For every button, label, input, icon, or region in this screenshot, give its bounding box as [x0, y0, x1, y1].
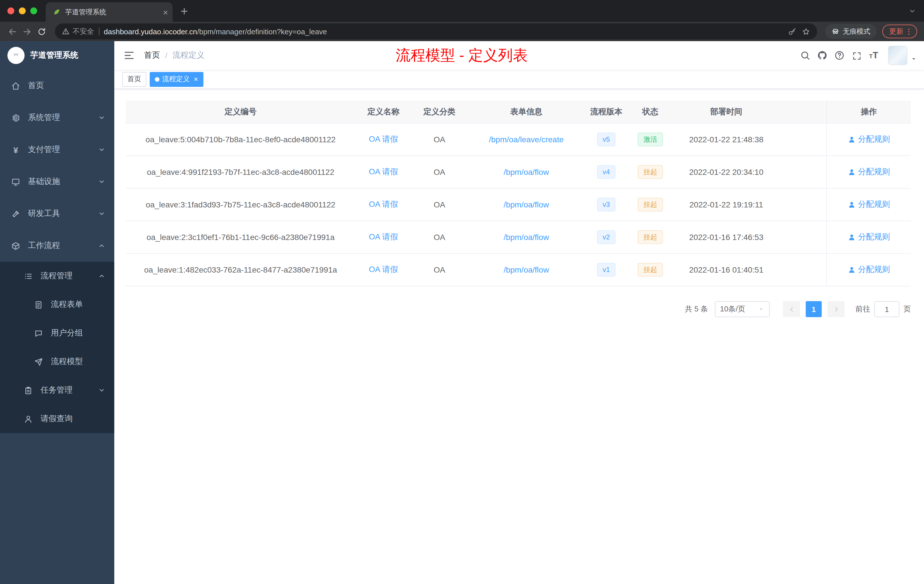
- main-area: 首页 / 流程定义 流程模型 - 定义列表 TT 首页流程定义× 定义编号定义: [114, 41, 924, 584]
- page-1-button[interactable]: 1: [806, 301, 822, 317]
- sidebar-item-task-mgmt[interactable]: 任务管理: [0, 376, 114, 404]
- sidebar-item-process-model[interactable]: 流程模型: [0, 347, 114, 376]
- form-link[interactable]: /bpm/oa/flow: [504, 233, 549, 242]
- assign-rule-link[interactable]: 分配规则: [848, 232, 890, 242]
- sidebar-toggle-hamburger-icon[interactable]: [124, 50, 135, 61]
- browser-tab[interactable]: 芋道管理系统 ×: [46, 2, 173, 22]
- column-header: 状态: [627, 101, 673, 123]
- browser-menu-dots-icon[interactable]: [904, 27, 913, 36]
- assign-rule-label: 分配规则: [858, 232, 890, 242]
- list-icon: [24, 272, 33, 280]
- window-zoom-button[interactable]: [30, 7, 37, 14]
- sidebar-item-system[interactable]: 系统管理: [0, 102, 114, 134]
- chevron-down-icon: [98, 178, 105, 185]
- forward-icon[interactable]: [22, 26, 32, 36]
- person-icon: [848, 168, 855, 176]
- column-header: 流程版本: [585, 101, 627, 123]
- row-actions: 分配规则: [826, 156, 911, 188]
- row-spacer: [779, 254, 826, 286]
- logo-title: 芋道管理系统: [30, 50, 78, 61]
- chevron-left-icon: [788, 305, 795, 313]
- sidebar-item-home[interactable]: 首页: [0, 70, 114, 102]
- definition-name-link[interactable]: OA 请假: [369, 200, 398, 210]
- definition-name-link[interactable]: OA 请假: [369, 232, 398, 242]
- deploy-time: 2022-01-22 19:19:11: [673, 188, 779, 221]
- help-icon[interactable]: [834, 50, 845, 61]
- breadcrumb-home[interactable]: 首页: [144, 50, 160, 61]
- tab-search-chevron-icon[interactable]: [909, 7, 916, 15]
- row-actions: 分配规则: [826, 254, 911, 286]
- sidebar-item-label: 流程模型: [51, 356, 83, 367]
- chrome-update-button[interactable]: 更新: [882, 25, 917, 38]
- logo-avatar: [7, 47, 25, 64]
- definition-category: OA: [411, 188, 467, 221]
- url-text: dashboard.yudao.iocoder.cn/bpm/manager/d…: [104, 27, 785, 36]
- sidebar-item-devtools[interactable]: 研发工具: [0, 198, 114, 230]
- incognito-badge[interactable]: 无痕模式: [825, 24, 876, 39]
- sidebar-logo[interactable]: 芋道管理系统: [0, 41, 114, 70]
- prev-page-button[interactable]: [783, 301, 800, 317]
- sidebar-item-user-group[interactable]: 用户分组: [0, 319, 114, 347]
- tab-close-icon[interactable]: ×: [163, 8, 168, 16]
- chevron-down-icon: [98, 387, 105, 394]
- home-icon: [12, 81, 20, 90]
- page-title: 流程模型 - 定义列表: [396, 45, 528, 66]
- row-spacer: [779, 188, 826, 221]
- sidebar-item-process-form[interactable]: 流程表单: [0, 290, 114, 319]
- next-page-button[interactable]: [827, 301, 845, 317]
- form-link[interactable]: /bpm/oa/leave/create: [489, 135, 564, 144]
- window-minimize-button[interactable]: [19, 7, 26, 14]
- search-icon[interactable]: [800, 50, 810, 61]
- chat-icon: [34, 329, 43, 337]
- sidebar-item-label: 基础设施: [28, 177, 60, 187]
- definition-name-link[interactable]: OA 请假: [369, 167, 398, 177]
- avatar-caret-down-icon[interactable]: [910, 55, 917, 62]
- definition-id: oa_leave:1:482ec033-762a-11ec-8477-a2380…: [126, 254, 355, 286]
- tab-title: 芋道管理系统: [65, 7, 158, 17]
- definition-name-link[interactable]: OA 请假: [369, 265, 398, 275]
- form-link[interactable]: /bpm/oa/flow: [504, 167, 549, 177]
- bookmark-star-icon[interactable]: [802, 27, 810, 36]
- assign-rule-link[interactable]: 分配规则: [848, 265, 890, 275]
- tag-process-definition[interactable]: 流程定义×: [150, 72, 203, 87]
- tag-home[interactable]: 首页: [122, 72, 146, 87]
- row-spacer: [779, 124, 826, 155]
- row-actions: 分配规则: [826, 124, 911, 155]
- send-icon: [34, 358, 43, 366]
- sidebar-item-label: 用户分组: [51, 328, 83, 338]
- app-frame: 芋道管理系统 首页系统管理¥支付管理基础设施研发工具工作流程流程管理流程表单用户…: [0, 41, 924, 584]
- sidebar-item-process-mgmt[interactable]: 流程管理: [0, 262, 114, 290]
- form-link[interactable]: /bpm/oa/flow: [504, 265, 549, 274]
- font-size-icon[interactable]: TT: [869, 51, 878, 60]
- github-icon[interactable]: [817, 50, 828, 61]
- assign-rule-link[interactable]: 分配规则: [848, 134, 890, 145]
- password-key-icon[interactable]: [788, 27, 796, 36]
- deploy-time: 2022-01-22 20:34:10: [673, 156, 779, 188]
- goto-page-input[interactable]: [874, 301, 899, 317]
- back-icon[interactable]: [7, 26, 17, 36]
- breadcrumb-current: 流程定义: [173, 50, 205, 61]
- new-tab-button[interactable]: +: [181, 5, 188, 18]
- tag-close-icon[interactable]: ×: [194, 76, 198, 83]
- status-tag: 挂起: [638, 263, 663, 277]
- navbar-actions: TT: [797, 46, 924, 65]
- fullscreen-icon[interactable]: [852, 51, 861, 60]
- sidebar-item-label: 支付管理: [28, 145, 60, 155]
- url-path: /bpm/manager/definition?key=oa_leave: [197, 27, 327, 36]
- page-size-select[interactable]: 10条/页: [715, 301, 770, 317]
- sidebar-item-leave-query[interactable]: 请假查询: [0, 404, 114, 433]
- sidebar-item-payment[interactable]: ¥支付管理: [0, 134, 114, 166]
- address-bar[interactable]: 不安全 dashboard.yudao.iocoder.cn/bpm/manag…: [55, 23, 817, 40]
- url-domain: dashboard.yudao.iocoder.cn: [104, 27, 197, 36]
- definition-name-link[interactable]: OA 请假: [369, 134, 398, 145]
- not-secure-warning-icon[interactable]: [62, 27, 70, 35]
- assign-rule-link[interactable]: 分配规则: [848, 167, 890, 177]
- browser-window: 芋道管理系统 × + 不安全 dashboard.yudao.iocoder.c…: [0, 0, 924, 584]
- sidebar-item-workflow[interactable]: 工作流程: [0, 230, 114, 262]
- assign-rule-link[interactable]: 分配规则: [848, 200, 890, 210]
- sidebar-item-infra[interactable]: 基础设施: [0, 166, 114, 198]
- form-link[interactable]: /bpm/oa/flow: [504, 200, 549, 209]
- window-close-button[interactable]: [7, 7, 14, 14]
- user-avatar[interactable]: [888, 46, 908, 65]
- reload-icon[interactable]: [37, 27, 46, 36]
